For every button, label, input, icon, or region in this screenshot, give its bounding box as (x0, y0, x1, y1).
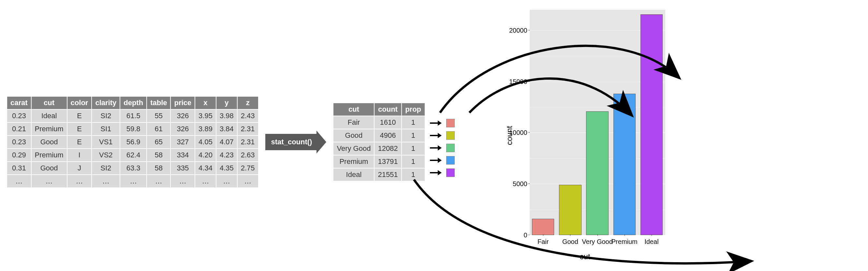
stat-table: cutcountprop Fair16101Good49061Very Good… (333, 103, 425, 182)
table-cell: 1 (402, 116, 425, 129)
color-swatch (446, 156, 455, 165)
table-cell: E (67, 123, 92, 135)
table-cell: 3.98 (216, 110, 237, 122)
transform-arrow: stat_count() (265, 131, 327, 154)
table-cell: 63.3 (120, 162, 146, 174)
table-header: table (147, 97, 170, 109)
plot-area (530, 10, 665, 235)
swatch-row (430, 166, 455, 179)
table-row: 0.23IdealESI261.5553263.953.982.43 (7, 110, 258, 122)
table-row: Good49061 (334, 129, 424, 142)
table-cell: … (195, 175, 216, 187)
table-cell: 326 (171, 123, 194, 135)
table-cell: 327 (171, 136, 194, 148)
table-header: z (238, 97, 258, 109)
table-cell: … (147, 175, 170, 187)
table-cell: 4.05 (195, 136, 216, 148)
table-cell: I (67, 149, 92, 161)
table-cell: 2.31 (238, 123, 258, 135)
table-cell: 1 (402, 156, 425, 168)
table-cell: 334 (171, 149, 194, 161)
table-cell: 58 (147, 149, 170, 161)
table-cell: 4.07 (216, 136, 237, 148)
arrow-right-icon (430, 157, 443, 164)
table-cell: 4.23 (216, 149, 237, 161)
table-cell: … (7, 175, 31, 187)
table-cell: 3.89 (195, 123, 216, 135)
table-row: 0.29PremiumIVS262.4583344.204.232.63 (7, 149, 258, 161)
table-header: clarity (92, 97, 120, 109)
table-cell: 1 (402, 168, 425, 181)
arrow-right-icon (430, 145, 443, 151)
y-tick-label: 5000 (506, 180, 527, 188)
bar-chart: count cut 05000100001500020000FairGoodVe… (500, 6, 670, 265)
table-cell: 4.20 (195, 149, 216, 161)
table-header: cut (32, 97, 67, 109)
y-tick-label: 10000 (506, 129, 527, 136)
table-header: prop (402, 103, 425, 115)
table-cell: … (171, 175, 194, 187)
table-cell: Premium (334, 156, 374, 168)
table-row: 0.23GoodEVS156.9653274.054.072.31 (7, 136, 258, 148)
table-header: cut (334, 103, 374, 115)
table-cell: VS2 (92, 149, 120, 161)
table-cell: 3.95 (195, 110, 216, 122)
table-header: color (67, 97, 92, 109)
bar (532, 219, 554, 235)
raw-data-table: caratcutcolorclaritydepthtablepricexyz 0… (6, 96, 259, 188)
table-cell: 0.31 (7, 162, 31, 174)
table-cell: 0.29 (7, 149, 31, 161)
table-cell: 1 (402, 142, 425, 155)
x-tick-label: Fair (537, 238, 549, 246)
color-swatch (446, 168, 455, 177)
stat-table-group: cutcountprop Fair16101Good49061Very Good… (333, 103, 454, 182)
swatch-row (430, 142, 455, 154)
table-cell: 12082 (374, 142, 401, 155)
table-cell: 335 (171, 162, 194, 174)
table-header: price (171, 97, 194, 109)
table-cell: Good (32, 136, 67, 148)
table-row: Very Good120821 (334, 142, 424, 155)
table-row: 0.21PremiumESI159.8613263.893.842.31 (7, 123, 258, 135)
table-cell: 4906 (374, 129, 401, 142)
table-cell: 3.84 (216, 123, 237, 135)
table-cell: 61.5 (120, 110, 146, 122)
table-cell: 2.31 (238, 136, 258, 148)
table-cell: 13791 (374, 156, 401, 168)
y-tick-label: 15000 (506, 78, 527, 85)
swatch-row (430, 129, 455, 142)
table-cell: 1 (402, 129, 425, 142)
table-row: Premium137911 (334, 156, 424, 168)
table-cell: Good (32, 162, 67, 174)
arrow-right-icon (430, 132, 443, 139)
table-cell: … (92, 175, 120, 187)
table-cell: Good (334, 129, 374, 142)
table-cell: 59.8 (120, 123, 146, 135)
bar (614, 94, 636, 235)
bar (641, 15, 663, 235)
table-cell: … (67, 175, 92, 187)
table-cell: Ideal (32, 110, 67, 122)
table-cell: E (67, 136, 92, 148)
table-cell: 2.75 (238, 162, 258, 174)
bar (586, 111, 608, 235)
table-cell: Premium (32, 149, 67, 161)
x-axis-label: cut (580, 252, 590, 261)
bar (559, 185, 581, 235)
table-cell: 21551 (374, 168, 401, 181)
table-cell: 65 (147, 136, 170, 148)
table-cell: E (67, 110, 92, 122)
table-cell: … (120, 175, 146, 187)
table-cell: 61 (147, 123, 170, 135)
table-cell: SI1 (92, 123, 120, 135)
color-swatch (446, 144, 455, 152)
table-row: 0.31GoodJSI263.3583354.344.352.75 (7, 162, 258, 174)
swatch-row (430, 117, 455, 129)
arrow-right-icon (430, 120, 443, 126)
table-cell: 62.4 (120, 149, 146, 161)
table-cell: SI2 (92, 110, 120, 122)
x-tick-label: Good (562, 238, 578, 246)
table-cell: 0.23 (7, 110, 31, 122)
arrow-right-icon (430, 169, 443, 176)
table-cell: 0.21 (7, 123, 31, 135)
